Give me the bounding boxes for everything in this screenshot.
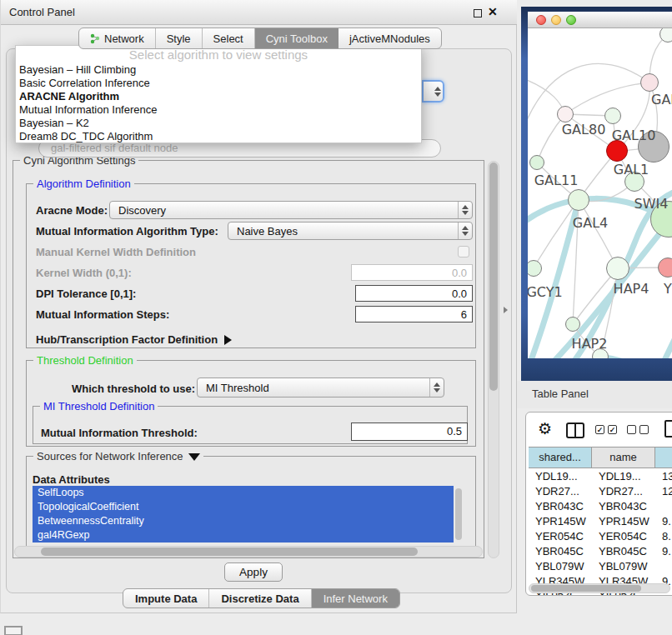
node-label: GAL10 [612, 128, 656, 143]
tab-network[interactable]: Network [79, 28, 156, 48]
bottom-tabs: Impute Data Discretize Data Infer Networ… [123, 588, 400, 608]
close-icon[interactable]: ✕ [488, 5, 498, 18]
column-header-shared[interactable]: shared... [529, 448, 592, 468]
group-title: MI Threshold Definition [40, 400, 158, 412]
node-label: Y [664, 281, 672, 297]
table-row[interactable]: YDL19... YDL19... 13 [529, 470, 672, 485]
minimize-traffic-light[interactable] [551, 15, 561, 25]
kernel-width-label: Kernel Width (0,1): [36, 267, 132, 279]
tab-discretize-data[interactable]: Discretize Data [209, 589, 311, 608]
network-node[interactable] [557, 106, 574, 122]
hub-definition-toggle[interactable]: Hub/Transcription Factor Definition [36, 333, 232, 346]
mi-steps-label: Mutual Information Steps: [36, 308, 169, 321]
algorithm-option[interactable]: Bayesian – K2 [16, 117, 421, 130]
close-traffic-light[interactable] [536, 15, 546, 25]
network-node[interactable] [604, 108, 621, 124]
aracne-mode-combo[interactable]: Discovery [109, 201, 473, 219]
columns-icon[interactable] [566, 422, 584, 438]
aracne-mode-label: Aracne Mode: [36, 204, 108, 217]
network-window-titlebar [528, 12, 672, 28]
inference-algorithm-combo-fragment[interactable] [422, 80, 444, 102]
node-label: GCY1 [528, 284, 563, 300]
checked-box-icon[interactable]: ✓ [608, 425, 617, 434]
manual-kernel-width-checkbox[interactable] [458, 246, 469, 258]
attribute-list-scrollbar[interactable] [455, 488, 462, 540]
network-node[interactable] [568, 189, 589, 211]
checked-box-icon[interactable]: ✓ [595, 425, 604, 434]
tab-select[interactable]: Select [203, 28, 255, 48]
tab-cyni-toolbox[interactable]: Cyni Toolbox [255, 28, 339, 48]
tab-style[interactable]: Style [156, 28, 203, 48]
network-node[interactable] [606, 257, 629, 280]
manual-kernel-width-label: Manual Kernel Width Definition [36, 246, 196, 258]
table-row[interactable]: YDR27... YDR27... 12 [529, 485, 672, 500]
network-node-pink[interactable] [658, 258, 672, 278]
control-panel-window: Control Panel ✕ Network Style Select Cyn… [0, 0, 517, 613]
tab-impute-data[interactable]: Impute Data [123, 589, 209, 608]
unchecked-box-icon[interactable] [627, 425, 636, 434]
network-node[interactable] [529, 155, 544, 170]
control-panel-tabs: Network Style Select Cyni Toolbox jActiv… [78, 28, 442, 49]
mi-threshold-field[interactable]: 0.5 [351, 422, 468, 441]
algorithm-popup-placeholder: Select algorithm to view settings [16, 47, 421, 63]
algorithm-option-selected[interactable]: ARACNE Algorithm [16, 90, 421, 103]
node-label: GAL11 [534, 172, 579, 188]
table-row[interactable]: YBL079W YBL079W [529, 560, 672, 575]
node-label: GAL [651, 92, 672, 108]
page-icon[interactable] [664, 420, 672, 438]
dpi-tolerance-field[interactable]: 0.0 [355, 285, 473, 302]
network-node[interactable] [640, 73, 659, 92]
which-threshold-label: Which threshold to use: [72, 382, 195, 395]
dpi-tolerance-label: DPI Tolerance [0,1]: [36, 288, 136, 300]
splitter-arrow-icon[interactable] [504, 307, 508, 313]
unchecked-box-icon[interactable] [639, 425, 649, 434]
table-row[interactable]: YBR045C YBR045C 9. [529, 545, 672, 560]
algorithm-option[interactable]: Mutual Information Inference [16, 103, 421, 117]
node-label: HAP2 [572, 336, 608, 352]
zoom-traffic-light[interactable] [566, 15, 576, 25]
table-row[interactable]: YBR043C YBR043C [529, 500, 672, 515]
kernel-width-field[interactable]: 0.0 [351, 264, 473, 281]
attribute-item-selected[interactable]: gal4RGexp [33, 528, 454, 542]
mi-steps-field[interactable]: 6 [355, 306, 473, 322]
algorithm-option[interactable]: Bayesian – Hill Climbing [16, 63, 421, 77]
node-label: GAL4 [573, 215, 608, 231]
algorithm-option[interactable]: Basic Correlation Inference [16, 77, 421, 90]
column-header-extra[interactable] [655, 448, 672, 468]
table-header-row: shared... name [529, 447, 672, 468]
algorithm-option[interactable]: Dream8 DC_TDC Algorithm [16, 130, 421, 143]
network-icon [90, 33, 100, 44]
table-hscroll-thumb[interactable] [531, 585, 641, 592]
attribute-item-selected[interactable]: BetweennessCentrality [33, 514, 454, 528]
float-window-icon[interactable] [474, 9, 482, 18]
node-label: GAL80 [562, 122, 606, 138]
group-title: Threshold Definition [33, 354, 137, 367]
spinner-down-icon [462, 232, 469, 236]
mi-algorithm-type-label: Mutual Information Algorithm Type: [36, 225, 218, 238]
tab-infer-network[interactable]: Infer Network [312, 589, 399, 608]
control-panel-titlebar [1, 0, 517, 25]
network-canvas[interactable]: GAL GAL80 GAL10 GAL1 GAL11 SWI4 GAL4 GCY… [528, 28, 672, 358]
apply-button[interactable]: Apply [224, 562, 283, 582]
spinner-up-icon [462, 205, 469, 209]
table-row[interactable]: YPR145W YPR145W 9. [529, 515, 672, 530]
attribute-item-selected[interactable]: TopologicalCoefficient [33, 500, 454, 514]
tab-network-label: Network [104, 32, 144, 45]
spinner-up-icon [434, 382, 440, 387]
node-label: GAL1 [614, 162, 649, 178]
column-header-name[interactable]: name [592, 448, 655, 468]
gear-icon[interactable]: ⚙ [538, 419, 552, 438]
sources-toggle[interactable]: Sources for Network Inference [33, 450, 203, 462]
network-node[interactable] [565, 317, 580, 332]
table-row[interactable]: YER054C YER054C 8. [529, 530, 672, 545]
attribute-item-selected[interactable]: SelfLoops [33, 486, 454, 500]
mi-algorithm-type-combo[interactable]: Naive Bayes [228, 222, 473, 240]
tab-jactivemnodules[interactable]: jActiveMNodules [339, 28, 441, 48]
minimized-panel-icon[interactable] [4, 626, 23, 635]
spinner-down-icon [462, 211, 469, 215]
settings-vscroll-thumb[interactable] [489, 162, 498, 391]
spinner-down-icon [434, 92, 441, 97]
which-threshold-combo[interactable]: MI Threshold [197, 378, 444, 398]
settings-hscroll-thumb[interactable] [41, 548, 418, 556]
control-panel-title: Control Panel [9, 6, 75, 18]
